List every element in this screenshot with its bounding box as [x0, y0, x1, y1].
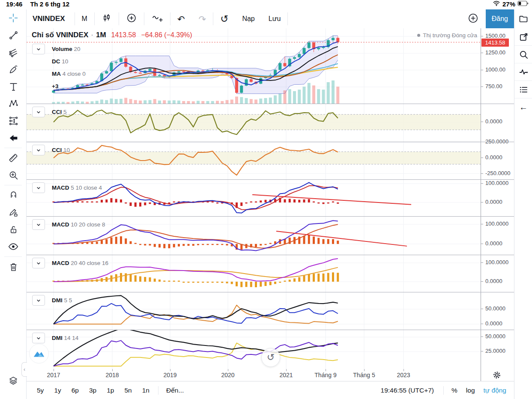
cci5-pane[interactable] [27, 104, 481, 142]
last-price-tag: 1413.58 [481, 39, 509, 47]
axis-label: 0.0000 [481, 278, 502, 284]
chevron-down-icon[interactable] [32, 44, 45, 54]
collapse-toolbar-tab[interactable]: ‹ [21, 362, 27, 377]
log-scale-button[interactable]: log [462, 387, 479, 394]
add-indicator-button[interactable] [119, 9, 144, 28]
bottom-bar: 5y 1y 6p 3p 1p 5n 1n Đến... 19:46:55 (UT… [27, 381, 514, 399]
symbol-title: Chỉ số VNINDEX [32, 31, 88, 39]
eye-icon[interactable] [0, 238, 27, 255]
pane-separator[interactable] [27, 104, 514, 104]
axis-label: 0.0000 [481, 118, 502, 125]
folder-icon[interactable] [514, 9, 532, 28]
time-axis-label: 2021 [279, 372, 293, 378]
watchlist-icon[interactable] [514, 81, 532, 98]
search-icon[interactable] [514, 46, 532, 63]
legend-ma[interactable]: MA 4 close 0 [52, 71, 86, 77]
chevron-down-icon[interactable] [32, 182, 45, 193]
position-tool-icon[interactable] [0, 112, 27, 129]
indicator-label[interactable]: MACD 5 10 close 4 [52, 185, 102, 191]
range-1y[interactable]: 1y [49, 387, 66, 394]
trend-line-icon[interactable] [0, 27, 27, 44]
magnet-icon[interactable] [0, 187, 27, 204]
publish-button[interactable]: Đăng [486, 9, 514, 28]
ruler-icon[interactable] [0, 149, 27, 167]
drawing-lock-icon[interactable] [0, 204, 27, 221]
brush-icon[interactable] [0, 61, 27, 78]
range-3m[interactable]: 3p [84, 387, 102, 394]
axis-label: 1500.00 [481, 33, 505, 39]
chevron-down-icon[interactable] [32, 333, 45, 343]
cci10-pane[interactable] [27, 142, 481, 180]
auto-scale-button[interactable]: tự động [479, 387, 511, 394]
legend-dc[interactable]: DC 10 [52, 58, 68, 65]
chevron-down-icon[interactable] [32, 295, 45, 306]
unlock-icon[interactable] [0, 221, 27, 238]
text-tool-icon[interactable] [0, 78, 27, 95]
undo-button[interactable]: ↶ [170, 9, 192, 28]
range-1d[interactable]: 1n [137, 387, 155, 394]
trash-icon[interactable] [0, 258, 27, 275]
external-link-icon[interactable] [514, 28, 532, 46]
price-axis[interactable]: 1500.001250.001000.00750.000.0000250.000… [481, 28, 514, 369]
indicator-label[interactable]: MACD 10 20 close 8 [52, 221, 105, 228]
price-pane[interactable] [27, 28, 481, 104]
axis-label: 100.0000 [481, 180, 508, 186]
legend-more[interactable]: +3 [52, 83, 58, 89]
arrow-marker-icon[interactable] [0, 129, 27, 146]
chart-type-button[interactable] [95, 9, 119, 28]
pane-separator[interactable] [27, 292, 514, 292]
drawing-toolbar [0, 9, 27, 399]
goto-date-button[interactable]: Đến... [166, 387, 184, 394]
symbol-button[interactable]: VNINDEX [27, 9, 75, 28]
dmi2-pane[interactable] [27, 330, 481, 369]
chevron-down-icon[interactable] [32, 145, 45, 155]
reload-icon[interactable]: ↺ [213, 9, 235, 28]
range-6m[interactable]: 6p [66, 387, 84, 394]
range-5y[interactable]: 5y [32, 387, 49, 394]
percent-scale-button[interactable]: % [447, 387, 462, 394]
axis-label: 100.0000 [481, 259, 508, 265]
chevron-down-icon[interactable] [32, 219, 45, 230]
indicator-label[interactable]: CCI 10 [52, 147, 70, 153]
zoom-in-icon[interactable] [0, 167, 27, 184]
redo-button[interactable]: ↷ [192, 9, 213, 28]
arrow-left-icon[interactable]: ← [514, 98, 532, 116]
interval-button[interactable]: M [75, 9, 94, 28]
axis-label: 50.0000 [481, 305, 505, 312]
indicator-label[interactable]: DMI 14 14 [52, 335, 78, 341]
axis-label: 1000.00 [481, 66, 505, 73]
crosshair-icon[interactable] [0, 9, 27, 27]
multi-line-tool-icon[interactable] [0, 44, 27, 61]
pane-separator[interactable] [27, 142, 514, 142]
range-1m[interactable]: 1p [102, 387, 119, 394]
battery-icon [517, 0, 529, 8]
clock-timezone[interactable]: 19:46:55 (UTC+7) [381, 387, 434, 394]
xabcd-pattern-icon[interactable] [0, 95, 27, 112]
chart-area[interactable]: Chỉ số VNINDEX · 1M 1413.58 −64.86 (−4.3… [27, 28, 514, 369]
gear-icon[interactable] [492, 370, 502, 382]
interval-label: 1M [96, 31, 106, 39]
chevron-down-icon[interactable] [32, 258, 45, 268]
pane-separator[interactable] [27, 255, 514, 255]
legend-volume[interactable]: Volume 20 [52, 46, 81, 52]
indicator-label[interactable]: DMI 5 5 [52, 297, 72, 304]
last-price: 1413.58 [111, 31, 136, 39]
range-5d[interactable]: 5n [120, 387, 137, 394]
pane-separator[interactable] [27, 216, 514, 217]
indicator-label[interactable]: CCI 5 [52, 109, 67, 115]
plus-circle-icon [126, 12, 137, 25]
load-layout-button[interactable]: Nạp [235, 9, 261, 28]
alerts-pulse-icon[interactable] [514, 63, 532, 81]
time-axis[interactable]: 20172018201920202021Tháng 9Tháng 52023 [27, 369, 514, 381]
pane-separator[interactable] [27, 179, 514, 180]
dmi1-pane[interactable] [27, 292, 481, 330]
pane-separator[interactable] [27, 330, 514, 330]
new-chart-button[interactable] [460, 9, 486, 28]
chevron-down-icon[interactable] [32, 107, 45, 117]
indicator-label[interactable]: MACD 20 40 close 16 [52, 260, 108, 266]
axis-label: 100.0000 [481, 220, 508, 227]
reset-view-button[interactable]: ↺ [261, 348, 280, 367]
wifi-icon [493, 0, 500, 8]
compare-button[interactable] [144, 9, 170, 28]
save-layout-button[interactable]: Lưu [262, 9, 288, 28]
